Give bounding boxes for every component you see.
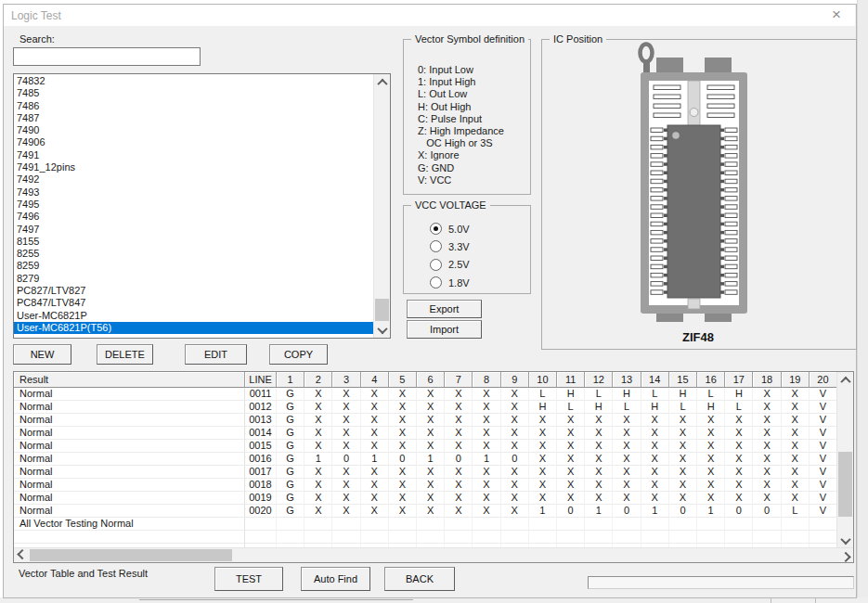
vector-cell: X xyxy=(361,505,389,518)
vector-cell: X xyxy=(613,427,641,440)
scroll-up-icon[interactable] xyxy=(837,372,853,388)
device-list-item[interactable]: User-MC6821P xyxy=(14,310,374,322)
vector-cell: X xyxy=(332,427,360,440)
vcc-option-3.3V[interactable]: 3.3V xyxy=(430,237,530,255)
export-button[interactable]: Export xyxy=(407,300,482,318)
vector-cell xyxy=(557,518,585,531)
new-button[interactable]: NEW xyxy=(13,344,71,365)
device-list-item[interactable]: 8255 xyxy=(14,248,374,260)
table-vertical-scrollbar[interactable] xyxy=(836,372,853,548)
table-row[interactable]: Normal0020GXXXXXXXX101010100LV xyxy=(14,505,837,518)
vector-cell: X xyxy=(753,479,781,492)
auto-find-button[interactable]: Auto Find xyxy=(301,567,370,591)
table-row[interactable]: Normal0016G10101010XXXXXXXXXXV xyxy=(14,453,837,466)
device-list-item[interactable]: 7490 xyxy=(14,124,374,136)
scrollbar-thumb[interactable] xyxy=(30,549,232,561)
table-row[interactable]: Normal0018GXXXXXXXXXXXXXXXXXXV xyxy=(14,479,837,492)
vector-cell: X xyxy=(389,427,417,440)
result-cell: Normal xyxy=(14,466,245,479)
cell xyxy=(473,531,500,544)
device-list-item[interactable]: PC827/LTV827 xyxy=(14,285,374,297)
device-list-item[interactable]: 7492 xyxy=(14,173,374,186)
copy-button[interactable]: COPY xyxy=(269,344,328,365)
scrollbar-thumb[interactable] xyxy=(375,299,389,321)
table-row[interactable]: Normal0019GXXXXXXXXXXXXXXXXXXV xyxy=(14,492,837,505)
device-list-item[interactable]: 7495 xyxy=(14,199,374,211)
device-list-item[interactable]: 7486 xyxy=(14,100,374,112)
vector-cell: 1 xyxy=(585,505,613,518)
close-icon[interactable]: × xyxy=(827,6,846,24)
ic-chip xyxy=(667,125,720,298)
table-horizontal-scrollbar[interactable] xyxy=(14,547,853,562)
vector-cell: X xyxy=(501,505,529,518)
device-list-item[interactable]: 74832 xyxy=(14,75,374,87)
vector-cell: G xyxy=(277,414,304,427)
device-list-item[interactable]: 8259 xyxy=(14,260,374,272)
table-row[interactable]: Normal0014GXXXXXXXXXXXXXXXXXXV xyxy=(14,427,837,440)
device-list-item[interactable]: 74906 xyxy=(14,136,374,148)
search-input[interactable] xyxy=(13,47,201,66)
screen: Logic Test × Search: 7483274857486748774… xyxy=(0,0,868,603)
vector-cell xyxy=(641,518,669,531)
scrollbar-thumb[interactable] xyxy=(838,452,852,517)
line-cell: 0020 xyxy=(245,505,277,518)
ic-position-title: IC Position xyxy=(550,33,606,45)
scroll-left-icon[interactable] xyxy=(14,548,30,562)
vector-cell: X xyxy=(417,388,445,401)
vector-cell: X xyxy=(613,440,641,453)
device-list-item[interactable]: 7496 xyxy=(14,211,374,223)
table-row[interactable]: Normal0015GXXXXXXXXXXXXXXXXXXV xyxy=(14,440,837,453)
vector-cell: X xyxy=(445,414,473,427)
table-row[interactable]: Normal0011GXXXXXXXXLHLHLHLHXXV xyxy=(14,388,837,401)
vector-cell: X xyxy=(641,427,669,440)
device-list-item[interactable]: User-MC6821P(T56) xyxy=(14,322,390,334)
result-cell: Normal xyxy=(14,440,245,453)
device-list-item[interactable]: 7497 xyxy=(14,224,374,236)
device-list-item[interactable]: PC847/LTV847 xyxy=(14,297,374,309)
cell xyxy=(501,531,529,544)
device-list-item[interactable]: 8155 xyxy=(14,236,374,248)
scroll-up-icon[interactable] xyxy=(374,74,390,90)
radio-label: 5.0V xyxy=(448,224,470,235)
table-row[interactable]: Normal0017GXXXXXXXXXXXXXXXXXXV xyxy=(14,466,837,479)
summary-text: All Vector Testing Normal xyxy=(14,518,245,531)
vector-cell: X xyxy=(697,414,725,427)
vector-cell: X xyxy=(641,414,669,427)
vector-cell: L xyxy=(641,388,669,401)
device-list-scrollbar[interactable] xyxy=(373,74,390,338)
vector-symbol-line: 1: Input High xyxy=(418,76,530,88)
device-list-item[interactable]: 7485 xyxy=(14,87,374,99)
edit-button[interactable]: EDIT xyxy=(185,344,247,365)
vector-cell: X xyxy=(445,492,473,505)
table-row[interactable]: Normal0013GXXXXXXXXXXXXXXXXXXV xyxy=(14,414,837,427)
vcc-option-2.5V[interactable]: 2.5V xyxy=(430,256,530,274)
vector-cell: X xyxy=(669,427,697,440)
import-button[interactable]: Import xyxy=(407,320,482,339)
device-list-item[interactable]: 7491 xyxy=(14,149,374,161)
scroll-right-icon[interactable] xyxy=(837,548,853,562)
vector-cell: X xyxy=(417,479,445,492)
vector-cell: X xyxy=(332,479,360,492)
cell xyxy=(585,531,613,544)
delete-button[interactable]: DELETE xyxy=(97,344,153,365)
cell xyxy=(782,531,810,544)
vector-cell: X xyxy=(613,414,641,427)
column-header-10: 10 xyxy=(529,372,557,388)
device-list-item[interactable]: 7491_12pins xyxy=(14,161,374,173)
vcc-option-5.0V[interactable]: 5.0V xyxy=(430,220,530,237)
vector-cell xyxy=(389,518,417,531)
scroll-down-icon[interactable] xyxy=(837,532,853,548)
vector-cell: X xyxy=(473,414,500,427)
device-list-item[interactable]: 7493 xyxy=(14,186,374,199)
device-list-item[interactable]: 7487 xyxy=(14,112,374,124)
vector-cell: V xyxy=(810,388,837,401)
test-button[interactable]: TEST xyxy=(214,567,283,591)
vector-cell: X xyxy=(585,414,613,427)
column-header-Result: Result xyxy=(14,372,245,388)
scroll-down-icon[interactable] xyxy=(374,322,390,338)
vcc-option-1.8V[interactable]: 1.8V xyxy=(430,274,530,291)
back-button[interactable]: BACK xyxy=(384,567,455,591)
vector-cell xyxy=(725,518,753,531)
table-row[interactable]: Normal0012GXXXXXXXXHLHLHLHLXXV xyxy=(14,401,837,414)
device-list-item[interactable]: 8279 xyxy=(14,273,374,285)
